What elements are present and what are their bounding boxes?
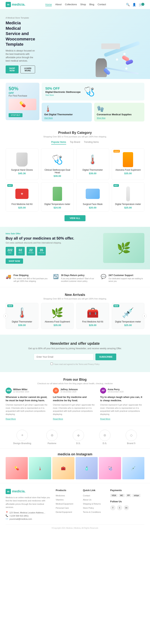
footer-link-medicines[interactable]: Medicines [56,494,65,497]
nav-shop[interactable]: Shop [80,3,86,6]
nav-blog[interactable]: Blog [89,3,94,6]
arrivals-sub: Shopping Over $50 or First purchase you … [6,298,144,300]
arrival-price: $29.00 [79,324,107,326]
instagram-post-6[interactable]: 💉 [122,457,144,479]
drop-1 [123,53,126,55]
facebook-icon[interactable]: f [110,505,115,510]
arrival-card: NEW 🌡️ Digital Thermometer $39.00 [6,303,38,329]
arrival-img: 🌿 [44,307,71,318]
product-card: 🌡️ Digital Thermometer $39.00 [76,148,109,180]
promo-stop-buy-button[interactable]: STOP BUY [9,113,23,117]
hero-description: Medicia is always focused on the best tr… [6,49,35,62]
paypal-icon: PP [126,494,131,497]
promo-top-link[interactable]: Visit Store [45,94,54,96]
tab-trending[interactable]: Trending Items [84,141,99,144]
footer-products-links: Medicines Vitamins Medical Equipment Per… [56,494,78,513]
brand-3: ◈ D.S. [73,430,84,445]
footer-payments-col: Payments VISA MC PP stripe Follow Us f t… [110,489,144,521]
footer-quicklink-col: Quick Link Contact About Us Shipping & R… [83,489,106,521]
feature-returns-desc: If you any problem product? Start of our… [61,277,97,282]
footer-link-equipment[interactable]: Medical Equipment [56,503,73,505]
footer-copyright: ©Copyright 2021 Medicia | Medicia, All R… [6,524,144,529]
instagram-post-2[interactable]: 🌡️ [29,457,51,479]
product-card: HOT First Medicine Aid Kit $25.00 [6,182,38,212]
cart-icon[interactable]: 🛒2 [139,3,144,6]
instagram-post-3[interactable]: 🧰 [52,457,74,479]
promo-small-2-label: Coronavirus Medical Supplies [97,113,142,116]
nav-collections[interactable]: Collections [65,3,77,6]
twitter-icon[interactable]: t [117,505,122,510]
author-avatar-3: AP [100,388,106,394]
instagram-post-4[interactable]: 🧴 [76,457,98,479]
arrivals-section: New Arrivals Shopping Over $50 or First … [0,287,150,335]
features-section: 🚚 Free Shipping For orders over $50 or f… [0,269,150,287]
author-avatar-2: JJ [53,388,59,394]
logo[interactable]: m medicia. [6,2,25,7]
support-icon: 💬 [101,274,106,279]
footer-link-about[interactable]: About Us [83,498,91,501]
sale-title: Buy all of your medicines at 50% offer. [6,236,97,240]
footer-link-vitamins[interactable]: Vitamins [56,498,64,501]
arrivals-prev-button[interactable]: ‹ [3,314,8,318]
arrival-card: 🧰 First Medicine Aid Kit $29.00 [76,303,109,329]
countdown-seconds-num: 35 [40,248,43,252]
instagram-post-5[interactable]: 🩺 [99,457,121,479]
sale-shop-button[interactable]: SHOP NOW [6,258,23,264]
author-name-3: Anna Perry [108,388,123,391]
promo-first-purchase: 50% OFF For First Purchase 💊 STOP BUY [6,83,39,120]
instagram-icon[interactable]: in [124,505,129,510]
brand-5: ◇ Brand 5 [126,430,137,445]
read-more-2[interactable]: Read More [53,418,63,420]
author-info-2: Jeffrey Johnson 15 December 2020 [60,388,78,393]
footer-link-dental[interactable]: Dental Equipment [56,511,72,513]
brand-icon-1: ✦ [17,430,28,441]
footer-logo-text: medicia. [12,490,26,493]
learn-more-button[interactable]: LEARN MORE [21,66,35,73]
sale-product-img: 🌿 [103,233,144,263]
promo-small-2-link[interactable]: Shop Now [97,117,142,119]
footer-link-terms[interactable]: Terms & Conditions [83,511,101,513]
product-name: Digital Temperature meter [44,203,71,206]
nav-about[interactable]: About [55,3,62,6]
footer-social-heading: Follow Us [110,500,144,503]
footer-link-contact[interactable]: Contact [83,494,90,497]
arrivals-next-button[interactable]: › [142,314,147,318]
newsletter-subscribe-button[interactable]: SUBSCRIBE [95,354,116,360]
read-more-1[interactable]: Read More [6,418,16,420]
countdown-hours-num: 02 [19,248,22,252]
nav-contact[interactable]: Contact [97,3,106,6]
phone-text: +1234 568 910 (891) [9,515,29,517]
brand-1: ✦ Design Branding [13,430,31,445]
promo-small-1-link[interactable]: Visit Store [44,117,89,119]
arrival-name: Digital Thermometer [8,320,36,323]
instagram-post-1[interactable]: 💊 [6,457,28,479]
product-name: First Medicine Aid Kit [8,203,36,206]
promo-section: 50% OFF For First Purchase 💊 STOP BUY 50… [0,79,150,125]
countdown-days-num: 222 [8,248,13,252]
shop-now-button[interactable]: SHOP NOW [6,66,19,73]
footer-link-store-policy[interactable]: Store Policy [83,507,94,509]
promo-top-text: 50% OFF Digital Electronic Stethoscope V… [45,87,81,96]
footer-link-personal-care[interactable]: Personal Care [56,507,69,509]
shipping-icon: 🚚 [6,274,11,279]
newsletter-email-input[interactable] [34,354,94,360]
footer-email: ✉️ youremail@medicia.com [6,518,51,520]
search-icon[interactable]: 🔍 [126,3,130,6]
tab-top-brand[interactable]: Top Brand [70,141,80,144]
user-icon[interactable]: 👤 [132,3,136,6]
footer-address: 📍 123 Street, Medicia Location Address..… [6,511,51,514]
newsletter-agree-checkbox[interactable] [50,362,53,365]
read-more-3[interactable]: Read More [100,418,110,420]
view-all-button[interactable]: VIEW ALL [65,215,86,221]
address-text: 123 Street, Medicia Location Address... [9,512,45,514]
blog-author-1: WM William Miller 12 December 2020 [6,388,50,394]
promo-bottom: 🌡️ Get Digital Thermometer Visit Store 🧤… [42,103,144,122]
arrival-img: 🧰 [79,307,107,318]
blog-sub: Checkout our all latest article from the… [6,382,144,384]
product-name: Aloevera Food Supliment [114,169,142,171]
nav-home[interactable]: Home [45,3,52,6]
product-price: $20.00 [79,206,107,209]
tab-popular[interactable]: Popular Items [51,141,66,144]
footer-link-shipping[interactable]: Shipping & Returns [83,503,101,505]
brand-icon-3: ◈ [73,430,84,441]
